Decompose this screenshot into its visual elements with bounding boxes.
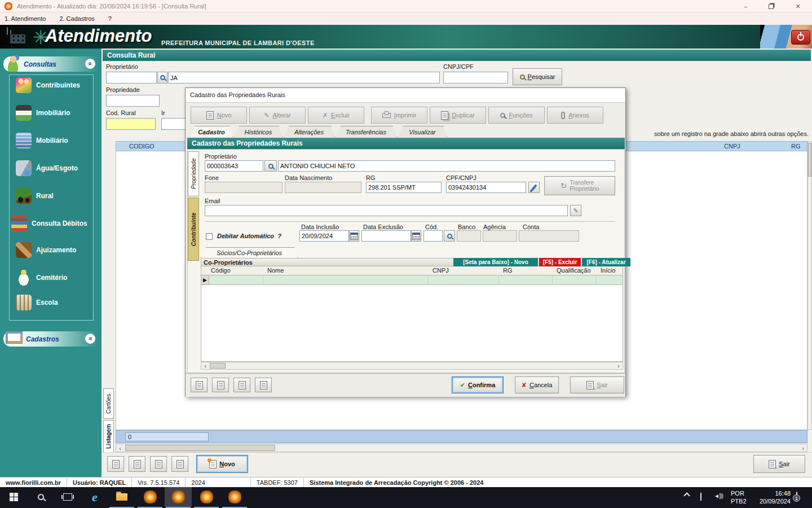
tray-chevron[interactable] [685,493,689,498]
column-cnpj[interactable]: CNPJ [724,143,740,150]
tab-cartoes[interactable]: Cartões [103,388,114,419]
col-codigo[interactable]: Código [211,267,231,274]
sidebar-group-cadastros[interactable]: Cadastros « [3,331,98,347]
toolbar-anexos-button[interactable]: Anexos [547,107,603,124]
sidebar-item-agua-esgoto[interactable]: Água/Esgoto [16,160,78,176]
cod-input[interactable] [423,230,443,242]
propriedade-input[interactable] [106,95,160,107]
proprietario-search-button[interactable] [157,72,167,84]
dlg-proprietario-code-input[interactable] [205,160,263,172]
menu-help[interactable]: ? [102,15,118,22]
dialog-titlebar[interactable]: Cadastro das Propriedades Rurais [186,88,625,103]
dlg-sair-button[interactable]: → Sair [570,376,624,393]
agencia-input[interactable] [483,230,517,242]
data-exclusao-calendar-button[interactable] [411,230,421,242]
fone-input[interactable] [205,182,283,193]
scroll-left-icon[interactable]: ‹ [201,362,209,369]
toolbar-duplicar-button[interactable]: Duplicar [430,107,486,124]
email-input[interactable] [205,205,568,216]
dlg-form-button-2[interactable] [212,378,229,392]
conta-input[interactable] [519,230,579,242]
confirma-button[interactable]: ✔ Confirma [452,376,504,393]
banco-input[interactable] [457,230,481,242]
data-exclusao-input[interactable] [361,230,411,242]
scroll-left-icon[interactable]: ‹ [116,444,124,452]
sidebar-item-imobiliario[interactable]: Imobiliário [16,105,70,121]
tab-contribuinte-vertical[interactable]: Contribuinte [188,198,199,261]
socios-horizontal-scrollbar[interactable]: ‹ › [201,362,623,370]
tray-clock[interactable]: 16:48 20/09/2024 [750,489,791,505]
dlg-form-button-4[interactable] [255,378,272,392]
taskbar-app-1[interactable] [136,487,164,507]
power-icon[interactable] [791,30,810,45]
minimize-button[interactable]: – [733,0,758,12]
taskbar-ie[interactable]: e [81,487,108,507]
chevron-down-icon[interactable]: « [85,334,95,344]
data-nascimento-input[interactable] [285,182,361,193]
notifications-button[interactable]: 1 [796,492,797,499]
debitar-automatico-checkbox[interactable] [206,233,213,240]
scroll-right-icon[interactable]: › [799,444,807,452]
taskbar-search-button[interactable] [27,487,54,507]
dlg-proprietario-search-button[interactable] [264,160,277,172]
sidebar-group-consultas[interactable]: Consultas « [3,56,98,72]
proprietario-code-input[interactable] [106,72,157,84]
tray-volume[interactable]: ◄))) [714,492,723,499]
scroll-right-icon[interactable]: › [615,362,623,369]
tab-historicos[interactable]: Históricos [234,126,283,137]
main-vertical-scrollbar[interactable] [807,141,812,430]
taskbar-app-4[interactable] [221,487,248,507]
column-codigo[interactable]: CODIGO [129,143,155,150]
form-button-3[interactable] [150,456,167,472]
tab-listagem[interactable]: Listagem [103,420,114,453]
sidebar-item-contribuintes[interactable]: Contribuintes [16,77,80,93]
tray-network[interactable] [700,493,701,500]
column-rg[interactable]: RG [791,143,801,150]
tray-language[interactable]: POR PTB2 [731,489,747,505]
toolbar-novo-button[interactable]: Novo [191,107,247,124]
novo-button[interactable]: Novo [196,455,248,473]
col-cnpj[interactable]: CNPJ [433,267,449,274]
proprietario-name-input[interactable] [168,72,440,84]
cnpj-cpf-input[interactable] [443,72,508,84]
menu-cadastros[interactable]: 2. Cadastros [52,15,101,22]
pesquisar-button[interactable]: Pesquisar [513,68,562,85]
menu-atendimento[interactable]: 1. Atendimento [0,15,52,22]
taskbar-explorer[interactable] [108,487,135,507]
close-button[interactable]: ✕ [784,0,812,12]
form-button-2[interactable] [129,456,145,472]
dlg-form-button-3[interactable] [233,378,250,392]
col-inicio[interactable]: Início [601,267,615,274]
maximize-button[interactable] [758,0,784,12]
socios-selected-row[interactable]: ▶ [201,275,623,285]
sidebar-item-ajuizamento[interactable]: Ajuizamento [16,242,76,258]
form-button-1[interactable] [107,456,124,472]
col-qualificacao[interactable]: Qualificação [557,267,591,274]
taskbar-app-2-active[interactable] [165,487,192,507]
sidebar-item-consulta-debitos[interactable]: Consulta Débitos [11,216,87,231]
transfere-proprietario-button[interactable]: ↻ Transfere Proprietário [544,176,615,195]
sidebar-item-escola[interactable]: Escola [16,295,58,310]
sidebar-item-rural[interactable]: Rural [16,188,54,204]
sidebar-item-cemiterio[interactable]: Cemitério [16,270,67,286]
start-button[interactable] [0,487,27,507]
pen-button[interactable] [528,182,540,193]
taskbar-app-3[interactable] [193,487,220,507]
tab-cadastro[interactable]: Cadastro [190,126,233,137]
data-inclusao-input[interactable] [299,230,349,242]
socios-grid-body[interactable] [201,285,623,362]
dlg-proprietario-name-field[interactable] [278,160,615,172]
form-button-4[interactable] [171,456,188,472]
toolbar-imprimir-button[interactable]: Imprimir [371,107,427,124]
col-nome[interactable]: Nome [267,267,284,274]
cod-search-button[interactable] [444,230,455,242]
data-inclusao-calendar-button[interactable] [349,230,359,242]
sidebar-item-mobiliario[interactable]: Mobiliário [16,133,68,148]
col-rg[interactable]: RG [503,267,513,274]
toolbar-funcoes-button[interactable]: Funções [488,107,545,124]
chevron-up-icon[interactable]: « [85,59,95,69]
tab-transferencias[interactable]: Transferências [336,126,396,137]
rg-input[interactable] [366,182,442,193]
toolbar-alterar-button[interactable]: ✎Alterar [249,107,306,124]
sair-button[interactable]: → Sair [753,455,805,473]
